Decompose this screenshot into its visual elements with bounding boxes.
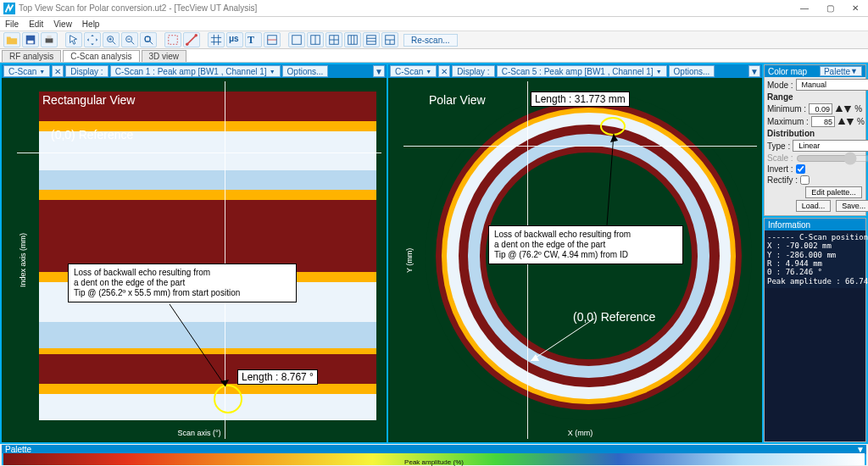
save-icon[interactable]: [22, 32, 39, 47]
scale-slider: [796, 154, 868, 163]
edit-palette-button[interactable]: Edit palette...: [805, 186, 862, 198]
invert-checkbox[interactable]: [796, 164, 805, 174]
pan-icon[interactable]: [84, 32, 101, 47]
svg-rect-16: [348, 36, 358, 45]
right-x-axis-label: X (mm): [403, 429, 757, 437]
left-cscan-btn[interactable]: C-Scan▼: [3, 65, 50, 77]
rect-select-icon[interactable]: [164, 32, 181, 47]
menu-file[interactable]: File: [5, 19, 19, 29]
type-select[interactable]: Linear: [793, 140, 868, 152]
left-reference: (0,0) Reference: [51, 128, 133, 141]
svg-rect-17: [367, 36, 376, 45]
bottom-collapse-btn[interactable]: ▼: [854, 445, 866, 454]
left-measure: Length : 8.767 °: [237, 369, 318, 385]
max-input[interactable]: [811, 116, 835, 127]
bottom-axis-label: Peak amplitude (%): [3, 458, 865, 466]
crosshair-h: [403, 146, 757, 147]
svg-rect-2: [28, 41, 34, 44]
palette-dropdown[interactable]: Palette ▼: [820, 66, 862, 76]
left-options-btn[interactable]: Options...: [282, 65, 329, 77]
rescan-button[interactable]: Re-scan...: [403, 34, 458, 47]
left-display-value[interactable]: C-Scan 1 : Peak amp [BW1 , Channel 1]▼: [110, 65, 281, 77]
right-cscan-btn[interactable]: C-Scan▼: [390, 65, 437, 77]
view-tab-strip: RF analysis C-Scan analysis 3D view: [0, 49, 868, 63]
crosshair-h: [17, 153, 381, 153]
zoom-in-icon[interactable]: [103, 32, 120, 47]
left-defect-circle: [214, 385, 242, 413]
minimize-button[interactable]: —: [792, 0, 817, 17]
right-collapse-btn[interactable]: ▼: [748, 65, 760, 77]
bottom-palette-panel: Palette ▼ Peak amplitude (%): [2, 445, 866, 465]
cursor-icon[interactable]: [65, 32, 82, 47]
left-collapse-btn[interactable]: ▼: [373, 65, 385, 77]
app-icon: [3, 3, 15, 14]
left-display-btn[interactable]: Display :: [65, 65, 108, 77]
svg-point-11: [195, 34, 198, 37]
min-input[interactable]: [809, 103, 832, 114]
zoom-fit-icon[interactable]: [140, 32, 157, 47]
menu-edit[interactable]: Edit: [29, 19, 43, 29]
right-y-axis-label: Y (mm): [405, 81, 414, 439]
svg-rect-9: [169, 36, 178, 45]
right-defect-circle: [600, 117, 626, 136]
right-view-panel: C-Scan▼ ✕ Display : C-Scan 5 : Peak amp …: [388, 64, 762, 442]
save-palette-button[interactable]: Save...: [836, 200, 868, 212]
right-plot[interactable]: Polar View Length : 31.773 mm Loss of ba…: [403, 81, 757, 439]
right-view-header: C-Scan▼ ✕ Display : C-Scan 5 : Peak amp …: [388, 64, 762, 78]
menubar: File Edit View Help: [0, 17, 868, 31]
menu-view[interactable]: View: [53, 19, 72, 29]
right-view-name: Polar View: [429, 93, 486, 107]
left-y-axis-label: Index axis (mm): [19, 81, 27, 439]
print-icon[interactable]: [41, 32, 58, 47]
bottom-palette-band: Peak amplitude (%): [3, 453, 865, 465]
right-options-btn[interactable]: Options...: [669, 65, 715, 77]
layout-4-icon[interactable]: [344, 32, 361, 47]
left-view-name: Rectangular View: [42, 93, 135, 107]
us-icon[interactable]: μs: [226, 32, 243, 47]
open-icon[interactable]: [3, 32, 20, 47]
right-defect-note: Loss of backwall echo resulting from a d…: [488, 225, 683, 264]
left-view-panel: C-Scan▼ ✕ Display : C-Scan 1 : Peak amp …: [2, 64, 387, 442]
tab-3d-view[interactable]: 3D view: [142, 50, 187, 62]
left-close-btn[interactable]: ✕: [52, 65, 64, 77]
close-button[interactable]: ✕: [843, 0, 868, 17]
layout-2-icon[interactable]: [307, 32, 324, 47]
info-title: Information: [768, 220, 810, 230]
maximize-button[interactable]: ▢: [817, 0, 843, 17]
rectify-checkbox[interactable]: [800, 175, 810, 185]
toolbar: μs T Re-scan...: [0, 31, 868, 49]
right-display-value[interactable]: C-Scan 5 : Peak amp [BW1 , Channel 1]▼: [497, 65, 667, 77]
left-plot[interactable]: Rectangular View (0,0) Reference Loss of…: [17, 81, 381, 439]
workspace: C-Scan▼ ✕ Display : C-Scan 1 : Peak amp …: [0, 63, 868, 444]
tab-cscan-analysis[interactable]: C-Scan analysis: [63, 50, 139, 62]
tab-rf-analysis[interactable]: RF analysis: [2, 50, 61, 62]
layout-6-icon[interactable]: [381, 32, 398, 47]
layout-5-icon[interactable]: [363, 32, 380, 47]
svg-point-10: [186, 43, 189, 47]
layout-1-icon[interactable]: [288, 32, 305, 47]
grid-icon[interactable]: [208, 32, 225, 47]
side-column: Color map Palette ▼ Mode : Manual Range …: [764, 64, 866, 442]
right-display-btn[interactable]: Display :: [452, 65, 494, 77]
zoom-out-icon[interactable]: [121, 32, 138, 47]
ruler-icon[interactable]: [183, 32, 200, 47]
left-view-header: C-Scan▼ ✕ Display : C-Scan 1 : Peak amp …: [2, 64, 387, 78]
titlebar: Top View Scan for Polar conversion.ut2 -…: [0, 0, 868, 17]
svg-rect-8: [146, 37, 150, 42]
channel-icon[interactable]: [264, 32, 281, 47]
mode-select[interactable]: Manual: [796, 79, 868, 91]
right-measure: Length : 31.773 mm: [531, 92, 630, 107]
right-reference: (0,0) Reference: [573, 310, 655, 324]
left-x-axis-label: Scan axis (°): [17, 429, 381, 437]
svg-rect-4: [47, 36, 51, 39]
right-close-btn[interactable]: ✕: [438, 65, 450, 77]
load-palette-button[interactable]: Load...: [796, 200, 832, 212]
svg-rect-3: [46, 38, 53, 42]
left-defect-note: Loss of backwall echo resulting from a d…: [68, 264, 297, 302]
svg-rect-13: [292, 36, 302, 45]
window-title: Top View Scan for Polar conversion.ut2 -…: [19, 3, 792, 13]
text-icon[interactable]: T: [245, 32, 262, 47]
layout-3-icon[interactable]: [326, 32, 342, 47]
info-text: ------ C-Scan position ------ X : -70.00…: [765, 230, 865, 288]
menu-help[interactable]: Help: [82, 19, 100, 29]
